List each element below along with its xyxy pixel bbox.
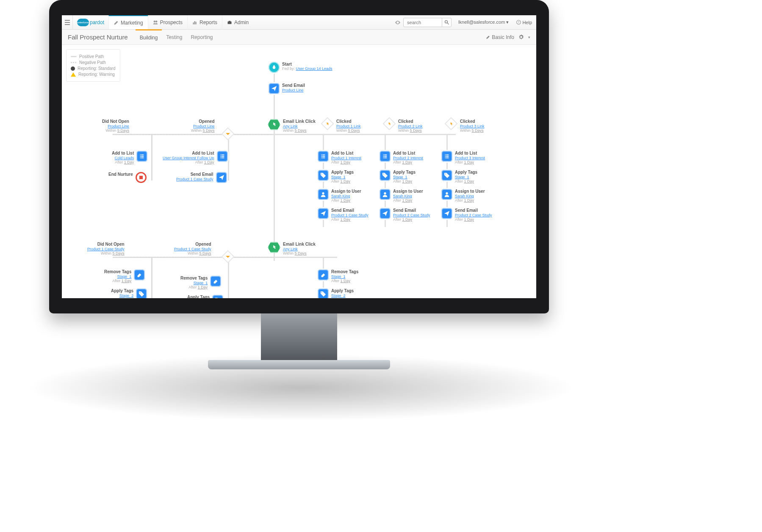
svg-point-7 bbox=[445, 20, 447, 23]
node-link[interactable]: Cold Leads bbox=[115, 156, 134, 160]
node-add-to-list-p1[interactable]: Add to ListProduct 1 InterestAfter 1 Day bbox=[318, 151, 361, 164]
node-add-to-list-follow[interactable]: Add to ListUser Group Interest Follow Up… bbox=[163, 151, 228, 164]
node-link[interactable]: Product 2 Link bbox=[398, 124, 423, 128]
node-meta: After bbox=[331, 298, 339, 298]
node-link[interactable]: Sarah King bbox=[455, 194, 474, 198]
node-link[interactable]: Product 2 Case Study bbox=[455, 213, 492, 217]
nav-prospects[interactable]: Prospects bbox=[148, 15, 187, 30]
svg-rect-6 bbox=[229, 21, 231, 22]
node-link[interactable]: Product 1 Case Study bbox=[87, 247, 125, 251]
visibility-icon[interactable] bbox=[395, 19, 401, 25]
node-assign-user-p1[interactable]: Assign to UserSarah KingAfter 1 Day bbox=[318, 189, 361, 202]
node-link[interactable]: Stage_1 bbox=[455, 175, 469, 179]
node-did-not-open-2[interactable]: Did Not OpenProduct 1 Case StudyWithin 5… bbox=[87, 242, 125, 255]
node-end-nurture[interactable]: End Nurture bbox=[108, 172, 147, 183]
node-email-link-click-2[interactable]: Email Link ClickAny LinkWithin 5 Days bbox=[268, 242, 316, 255]
diamond-opened-2[interactable] bbox=[221, 250, 234, 263]
node-apply-tags-p2[interactable]: Apply TagsStage_1After 1 Day bbox=[380, 170, 416, 183]
help-icon: ? bbox=[516, 20, 521, 25]
diamond-icon bbox=[382, 117, 396, 130]
node-link[interactable]: Product 1 Case Study bbox=[176, 177, 213, 181]
search-button[interactable] bbox=[442, 18, 451, 27]
node-remove-tags-2[interactable]: Remove TagsStage_1After 1 Day bbox=[180, 276, 221, 289]
node-link[interactable]: Stage_1 bbox=[331, 175, 346, 179]
search-box[interactable] bbox=[403, 18, 452, 27]
node-did-not-open[interactable]: Did Not OpenProduct LineWithin 5 Days bbox=[102, 119, 129, 133]
node-meta-val: 1 Day bbox=[341, 217, 351, 222]
node-link[interactable]: Product 3 Link bbox=[460, 124, 485, 128]
help-link[interactable]: ? Help bbox=[512, 20, 536, 25]
node-clicked-2[interactable]: ClickedProduct 2 LinkWithin 5 Days bbox=[385, 119, 423, 133]
node-title: Send Email bbox=[331, 208, 369, 213]
node-link[interactable]: Product 1 Case Study bbox=[331, 213, 369, 217]
node-opened[interactable]: OpenedProduct LineWithin 5 Days bbox=[191, 119, 215, 133]
node-link[interactable]: User Group 14 Leads bbox=[296, 66, 333, 71]
node-opened-2[interactable]: OpenedProduct 1 Case StudyWithin 5 Days bbox=[174, 242, 211, 255]
node-apply-tags-s2-2[interactable]: Apply TagsStage_2After 1 Day bbox=[187, 295, 223, 298]
node-link[interactable]: Any Link bbox=[283, 247, 298, 251]
node-title: Add to List bbox=[331, 151, 361, 155]
node-send-email-p1[interactable]: Send EmailProduct 1 Case StudyAfter 1 Da… bbox=[318, 208, 369, 222]
search-input[interactable] bbox=[404, 20, 442, 25]
nav-admin[interactable]: Admin bbox=[222, 15, 253, 30]
node-apply-tags-s2[interactable]: Apply TagsStage_2After 1 Day bbox=[111, 288, 147, 298]
node-link[interactable]: Product 2 Case Study bbox=[393, 213, 430, 217]
node-assign-user-p2[interactable]: Assign to UserSarah KingAfter 1 Day bbox=[380, 189, 423, 202]
node-meta: After bbox=[393, 179, 401, 183]
node-link[interactable]: Stage_1 bbox=[331, 274, 346, 279]
user-icon bbox=[441, 189, 452, 200]
node-start[interactable]: StartFed by: User Group 14 Leads bbox=[269, 62, 333, 73]
node-title: Apply Tags bbox=[393, 170, 416, 175]
node-title: Remove Tags bbox=[331, 269, 358, 274]
node-link[interactable]: Stage_2 bbox=[119, 294, 134, 298]
node-link[interactable]: Product Line bbox=[193, 124, 215, 128]
node-apply-tags-p3[interactable]: Apply TagsStage_1After 1 Day bbox=[441, 170, 477, 183]
tab-building[interactable]: Building bbox=[136, 29, 162, 44]
node-email-link-click[interactable]: Email Link ClickAny LinkWithin 5 Days bbox=[268, 119, 316, 133]
node-add-to-list-p2[interactable]: Add to ListProduct 2 InterestAfter 1 Day bbox=[380, 151, 423, 164]
tab-testing[interactable]: Testing bbox=[162, 30, 186, 45]
node-meta: After bbox=[331, 160, 339, 164]
node-add-to-list-p3[interactable]: Add to ListProduct 3 InterestAfter 1 Day bbox=[441, 151, 485, 164]
node-assign-user-p3[interactable]: Assign to UserSarah KingAfter 1 Day bbox=[441, 189, 485, 202]
node-meta: After bbox=[455, 198, 463, 202]
node-link[interactable]: Product 1 Interest bbox=[331, 156, 361, 160]
node-link[interactable]: Product Line bbox=[108, 124, 129, 128]
diamond-opened[interactable] bbox=[221, 127, 234, 140]
node-link[interactable]: Product 2 Interest bbox=[393, 156, 423, 160]
node-add-to-list-cold[interactable]: Add to ListCold LeadsAfter 1 Day bbox=[112, 151, 147, 164]
node-link[interactable]: Any Link bbox=[283, 124, 298, 128]
node-send-email-p2[interactable]: Send EmailProduct 2 Case StudyAfter 1 Da… bbox=[380, 208, 430, 222]
node-link[interactable]: Product 1 Case Study bbox=[174, 247, 211, 251]
node-send-email[interactable]: Send EmailProduct Line bbox=[269, 83, 305, 94]
node-link[interactable]: Stage_1 bbox=[117, 274, 132, 279]
basic-info-button[interactable]: Basic Info bbox=[486, 34, 514, 40]
node-send-email-cs1[interactable]: Send EmailProduct 1 Case Study bbox=[176, 172, 227, 183]
tag-icon bbox=[212, 295, 223, 298]
node-link[interactable]: Sarah King bbox=[393, 194, 412, 198]
nav-marketing[interactable]: Marketing bbox=[108, 15, 148, 29]
node-apply-tags-p1[interactable]: Apply TagsStage_1After 1 Day bbox=[318, 170, 354, 183]
node-link[interactable]: Sarah King bbox=[331, 194, 350, 198]
node-clicked-1[interactable]: ClickedProduct 1 LinkWithin 5 Days bbox=[323, 119, 361, 133]
node-link[interactable]: Stage_2 bbox=[331, 294, 346, 298]
node-link[interactable]: Product 1 Link bbox=[336, 124, 361, 128]
node-link[interactable]: Stage_1 bbox=[194, 281, 208, 285]
node-remove-tags-3[interactable]: Remove TagsStage_1After 1 Day bbox=[318, 269, 358, 283]
node-remove-tags[interactable]: Remove TagsStage_1After 1 Day bbox=[104, 269, 145, 283]
nav-reports[interactable]: Reports bbox=[187, 15, 222, 30]
node-apply-tags-s2-3[interactable]: Apply TagsStage_2After 1 Day bbox=[318, 288, 354, 298]
menu-button[interactable] bbox=[62, 15, 73, 30]
node-clicked-3[interactable]: ClickedProduct 3 LinkWithin 5 Days bbox=[446, 119, 485, 133]
node-link[interactable]: Stage_1 bbox=[393, 175, 407, 179]
node-link[interactable]: User Group Interest Follow Up bbox=[163, 156, 214, 160]
gear-icon[interactable] bbox=[518, 34, 524, 40]
user-menu[interactable]: lknell@salesforce.com ▾ bbox=[455, 19, 512, 25]
node-meta-val: 1 Day bbox=[464, 217, 474, 222]
node-link[interactable]: Product Line bbox=[282, 88, 304, 92]
node-send-email-p3[interactable]: Send EmailProduct 2 Case StudyAfter 1 Da… bbox=[441, 208, 492, 222]
tab-reporting[interactable]: Reporting bbox=[186, 30, 217, 45]
node-link[interactable]: Product 3 Interest bbox=[455, 156, 485, 160]
pencil-icon bbox=[114, 20, 119, 25]
legend-negative-label: Negative Path bbox=[79, 60, 106, 65]
